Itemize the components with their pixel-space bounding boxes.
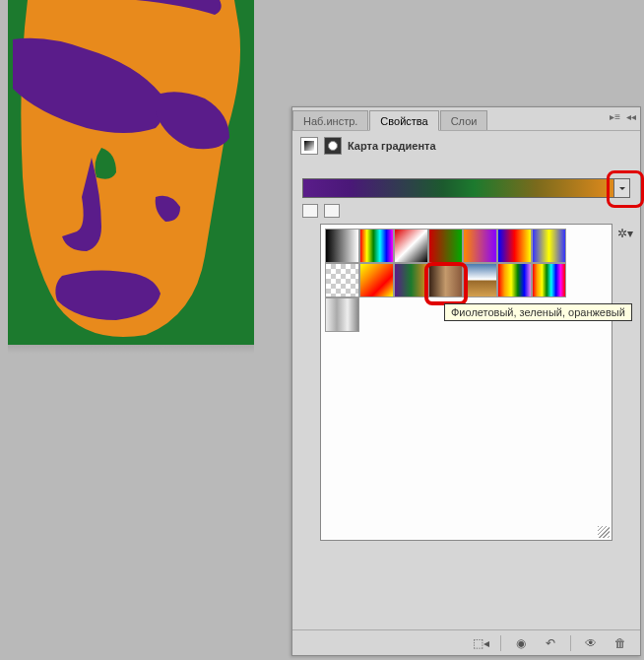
- separator: [570, 635, 571, 651]
- swatch-chrome[interactable]: [463, 263, 497, 297]
- tab-properties[interactable]: Свойства: [369, 110, 438, 131]
- view-previous-icon[interactable]: ◉: [511, 635, 531, 651]
- panel-title: Карта градиента: [348, 140, 436, 152]
- properties-panel: Наб.инстр. Свойства Слои ▸≡ ◂◂ Карта гра…: [291, 106, 641, 656]
- swatch-stripes-fade[interactable]: [325, 297, 359, 332]
- dither-checkbox[interactable]: [302, 204, 318, 218]
- canvas-shadow: [8, 345, 254, 640]
- swatch-blue-yellow-blue[interactable]: [532, 229, 566, 263]
- swatch-spectrum[interactable]: [359, 229, 394, 263]
- swatch-transparency[interactable]: [325, 263, 359, 297]
- toggle-row: [292, 198, 640, 220]
- reverse-checkbox[interactable]: [324, 204, 340, 218]
- visibility-icon[interactable]: 👁: [581, 635, 601, 651]
- panel-header: Карта градиента: [292, 131, 640, 161]
- gradient-preview[interactable]: [302, 178, 614, 198]
- svg-rect-1: [151, 94, 165, 111]
- artwork-image: [8, 0, 254, 345]
- swatch-rainbow-transparent[interactable]: [497, 263, 532, 297]
- swatch-red-white-black[interactable]: [394, 229, 428, 263]
- tab-layers[interactable]: Слои: [440, 110, 488, 130]
- clip-to-layer-icon[interactable]: ⬚◂: [471, 635, 490, 651]
- swatch-red-green[interactable]: [428, 229, 463, 263]
- panel-menu-icon[interactable]: ▸≡: [610, 111, 620, 122]
- swatch-purple-green-orange[interactable]: [394, 263, 428, 297]
- mask-thumb-icon: [324, 137, 342, 155]
- adjustment-thumb-icon: [300, 137, 318, 155]
- reset-icon[interactable]: ↶: [541, 635, 560, 651]
- trash-icon[interactable]: 🗑: [611, 635, 630, 651]
- swatch-blue-red-yellow[interactable]: [497, 229, 532, 263]
- gradient-row: [292, 178, 640, 198]
- panel-collapse-icon[interactable]: ◂◂: [626, 111, 636, 122]
- swatch-copper[interactable]: [428, 263, 463, 297]
- gradient-tooltip: Фиолетовый, зеленый, оранжевый: [444, 303, 632, 321]
- panel-bottom-bar: ⬚◂ ◉ ↶ 👁 🗑: [292, 629, 640, 655]
- gear-icon[interactable]: ✲▾: [617, 227, 633, 240]
- separator: [500, 635, 501, 651]
- tab-bar: Наб.инстр. Свойства Слои ▸≡ ◂◂: [292, 107, 640, 131]
- swatch-orange-purple[interactable]: [463, 229, 497, 263]
- swatch-black-white[interactable]: [325, 229, 359, 263]
- tab-tools[interactable]: Наб.инстр.: [292, 110, 368, 130]
- swatch-yellow-orange-red[interactable]: [359, 263, 394, 297]
- swatch-rainbow2[interactable]: [532, 263, 566, 297]
- canvas-area: [0, 0, 266, 660]
- gradient-dropdown-button[interactable]: [614, 178, 630, 198]
- resize-grip-icon[interactable]: [598, 526, 610, 538]
- gradient-picker: ✲▾ Фиолетовый, зеленый, оранжевый: [320, 224, 612, 541]
